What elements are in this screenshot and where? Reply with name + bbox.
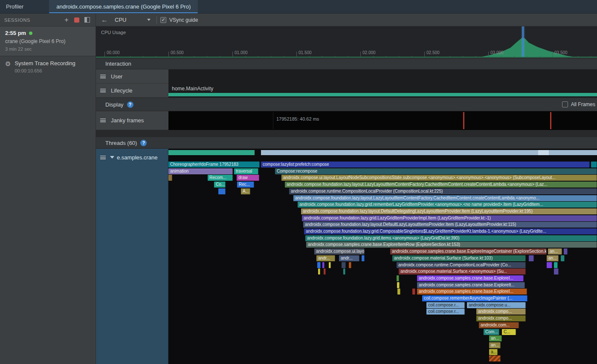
trace-recording-item[interactable]: ⚙ System Trace Recording 00:00:10.656	[0, 56, 96, 77]
trace-span[interactable]: C...	[502, 329, 516, 335]
collapse-panel-icon[interactable]	[82, 15, 92, 25]
lifecycle-row-label[interactable]: Lifecycle	[96, 84, 168, 98]
trace-span[interactable]: androidx.compose.foundation.lazy.grid.re…	[298, 202, 597, 208]
janky-track[interactable]: 17952185: 40.62 ms	[168, 111, 597, 130]
trace-span[interactable]: A...	[241, 188, 250, 194]
trace-span[interactable]: coil.compose.r...	[426, 309, 465, 315]
trace-span[interactable]: Rec...	[237, 182, 254, 188]
trace-span[interactable]: androidx.com...	[479, 322, 519, 328]
trace-span[interactable]: androidx.compo...	[476, 309, 526, 315]
trace-span[interactable]	[564, 248, 568, 254]
janky-frame-marker[interactable]	[463, 112, 464, 129]
trace-span[interactable]: Com...	[484, 329, 499, 335]
lifecycle-track[interactable]: home.MainActivity	[168, 84, 597, 98]
trace-span[interactable]	[591, 162, 597, 168]
trace-span[interactable]: androidx.compose.samples.crane.base.Expl…	[417, 289, 527, 295]
trace-span[interactable]: androidx.compose.foundation.lazy.layout.…	[293, 195, 597, 201]
trace-span[interactable]	[561, 255, 565, 261]
trace-span[interactable]	[547, 262, 552, 268]
trace-span[interactable]: an...	[547, 255, 559, 261]
trace-span[interactable]: androidx.compose.samples.crane.base.Expl…	[306, 242, 597, 248]
help-icon[interactable]: ?	[127, 101, 133, 108]
trace-span[interactable]: Choreographer#doFrame 17952183	[168, 162, 260, 168]
flame-chart[interactable]: Choreographer#doFrame 17952183compose:la…	[168, 149, 597, 364]
trace-span[interactable]	[554, 262, 558, 268]
trace-span[interactable]	[554, 269, 559, 274]
trace-span[interactable]: Compose:recompose	[275, 168, 597, 174]
drag-handle-icon[interactable]	[100, 75, 106, 78]
back-arrow-icon[interactable]: ←	[96, 16, 112, 24]
trace-span[interactable]: an...	[489, 342, 501, 348]
chevron-down-icon[interactable]	[110, 156, 114, 159]
trace-span[interactable]: traversal	[234, 168, 258, 174]
trace-span[interactable]: animation	[168, 168, 233, 174]
drag-handle-icon[interactable]	[100, 89, 106, 92]
session-tab[interactable]: androidx.compose.samples.crane (Google P…	[49, 0, 198, 13]
trace-span[interactable]	[343, 269, 345, 274]
trace-span[interactable]	[397, 289, 400, 295]
trace-span[interactable]: androidx.compose.samples.crane.base.Expl…	[417, 282, 525, 288]
trace-span[interactable]: androidx.compose.foundation.lazy.grid.it…	[305, 235, 597, 241]
trace-span[interactable]	[329, 262, 331, 268]
trace-span[interactable]: coil.compose.r...	[426, 302, 465, 308]
session-item[interactable]: 2:55 pm crane (Google Pixel 6 Pro) 3 min…	[0, 26, 96, 56]
janky-row-label[interactable]: Janky frames	[96, 111, 168, 130]
trace-span[interactable]: androidx.compo...	[476, 315, 526, 321]
trace-span[interactable]: andr...	[316, 255, 335, 261]
trace-span[interactable]	[349, 262, 351, 268]
trace-span[interactable]: Co...	[214, 182, 226, 188]
janky-frame-marker[interactable]	[550, 112, 551, 129]
trace-span[interactable]	[397, 275, 399, 281]
trace-span[interactable]: androidx.compose.runtime.CompositionLoca…	[397, 262, 526, 268]
trace-span[interactable]	[362, 255, 365, 261]
lifecycle-activity-bar[interactable]	[168, 93, 597, 96]
trace-span[interactable]	[318, 269, 320, 274]
trace-span[interactable]: androidx.compose.samples.crane.base.Expl…	[417, 275, 524, 281]
help-icon[interactable]: ?	[140, 140, 147, 146]
trace-span[interactable]: androidx.compose.foundation.lazy.layout.…	[285, 182, 597, 188]
trace-span[interactable]	[412, 289, 415, 295]
add-session-icon[interactable]: +	[61, 15, 72, 25]
trace-span[interactable]: androidx.compose.runtime.CompositionLoca…	[289, 188, 597, 194]
trace-span[interactable]: androidx.compose.ui.layout.LayoutNodeSub…	[281, 175, 597, 181]
thread-state-bar[interactable]	[168, 150, 255, 155]
trace-span[interactable]: an...	[489, 335, 502, 341]
cpu-mode-dropdown[interactable]: CPU	[112, 16, 153, 24]
vsync-checkbox[interactable]: ✓	[160, 17, 166, 23]
drag-handle-icon[interactable]	[100, 118, 106, 122]
trace-span[interactable]: coil.compose.rememberAsyncImagePainter (…	[422, 295, 527, 301]
thread-row-label[interactable]: e.samples.crane	[96, 149, 168, 364]
trace-span[interactable]	[324, 269, 326, 274]
trace-span[interactable]	[397, 282, 400, 288]
trace-span[interactable]: an...	[548, 248, 562, 254]
trace-span[interactable]: androidx.compose.u...	[467, 302, 526, 308]
cpu-usage-panel[interactable]: CPU Usage 00.00000.50001.00001.50002.000…	[96, 26, 597, 58]
user-track[interactable]	[168, 69, 597, 84]
trace-span[interactable]: andr...	[339, 255, 359, 261]
trace-span[interactable]	[529, 255, 534, 261]
all-frames-checkbox[interactable]	[562, 101, 568, 107]
trace-span[interactable]: a...	[489, 349, 498, 355]
user-row-label[interactable]: User	[96, 69, 168, 84]
thread-state-bar[interactable]	[261, 150, 538, 155]
trace-span[interactable]: androidx.compose.samples.crane.base.Expl…	[390, 248, 547, 254]
trace-span[interactable]: androidx.compose.foundation.lazy.grid.Co…	[304, 228, 597, 234]
thread-state-bar[interactable]	[538, 150, 549, 155]
trace-span[interactable]: androidx.compose.material.Surface (Surfa…	[392, 255, 526, 261]
trace-span[interactable]: androidx.compose.foundation.lazy.grid.La…	[302, 215, 597, 221]
trace-span[interactable]	[317, 262, 321, 268]
drag-handle-icon[interactable]	[100, 156, 106, 159]
trace-span[interactable]	[218, 188, 226, 194]
trace-span[interactable]: draw	[237, 175, 259, 181]
thread-state-bar[interactable]	[549, 150, 597, 155]
trace-span[interactable]: Recom...	[208, 175, 233, 181]
trace-span[interactable]: androidx.compose.ui.layout.m...	[314, 248, 365, 254]
trace-span[interactable]	[322, 262, 325, 268]
trace-span[interactable]: compose:lazylist:prefetch:compose	[261, 162, 590, 168]
trace-span[interactable]	[168, 175, 172, 181]
trace-span[interactable]	[342, 262, 346, 268]
stop-recording-icon[interactable]	[72, 15, 82, 25]
trace-span[interactable]: androidx.compose.material.Surface.<anony…	[399, 269, 526, 274]
trace-span[interactable]: androidx.compose.foundation.lazy.layout.…	[301, 208, 597, 214]
trace-span[interactable]	[489, 355, 501, 361]
